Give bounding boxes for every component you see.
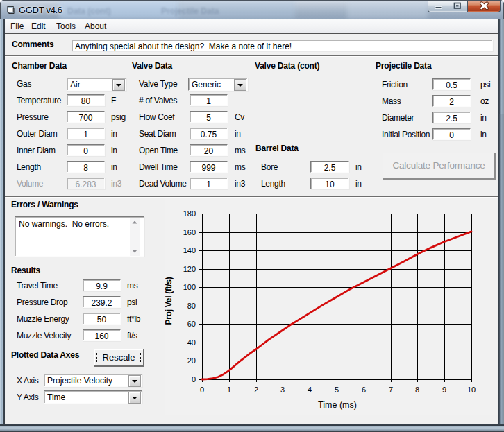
svg-text:180: 180 bbox=[183, 209, 196, 218]
svg-text:3: 3 bbox=[280, 386, 285, 394]
svg-text:2: 2 bbox=[254, 386, 258, 394]
svg-text:8: 8 bbox=[415, 386, 419, 394]
svg-text:4: 4 bbox=[308, 386, 312, 394]
svg-text:100: 100 bbox=[183, 283, 196, 291]
svg-text:9: 9 bbox=[442, 386, 446, 394]
svg-text:160: 160 bbox=[183, 228, 196, 236]
svg-text:1: 1 bbox=[227, 386, 231, 394]
svg-text:140: 140 bbox=[183, 246, 196, 254]
svg-text:0: 0 bbox=[192, 375, 196, 383]
svg-text:20: 20 bbox=[187, 356, 196, 365]
svg-text:Proj Vel (ft/s): Proj Vel (ft/s) bbox=[164, 277, 174, 325]
svg-text:6: 6 bbox=[362, 386, 366, 394]
svg-text:60: 60 bbox=[187, 320, 196, 328]
svg-text:10: 10 bbox=[467, 386, 476, 394]
svg-text:0: 0 bbox=[200, 386, 204, 394]
svg-text:40: 40 bbox=[187, 338, 196, 347]
svg-text:5: 5 bbox=[335, 386, 339, 394]
svg-text:120: 120 bbox=[183, 265, 196, 273]
svg-text:Time (ms): Time (ms) bbox=[318, 400, 357, 410]
svg-text:80: 80 bbox=[187, 302, 196, 310]
svg-text:7: 7 bbox=[389, 386, 393, 394]
